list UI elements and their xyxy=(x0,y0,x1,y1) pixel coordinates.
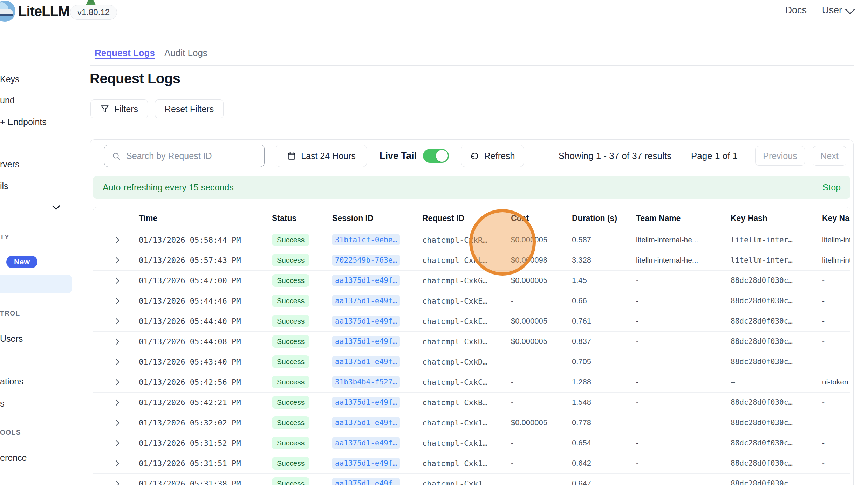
cell-request-id: chatcmpl-Cxk1… xyxy=(422,433,511,453)
auto-refresh-banner: Auto-refreshing every 15 seconds Stop xyxy=(93,176,850,199)
expand-row-chevron-icon[interactable] xyxy=(113,318,119,324)
expand-row-chevron-icon[interactable] xyxy=(113,420,119,426)
expand-row-chevron-icon[interactable] xyxy=(113,399,119,406)
cell-request-id: chatcmpl-CxkD… xyxy=(422,352,511,372)
expand-row-chevron-icon[interactable] xyxy=(113,359,119,365)
column-header-key-name: Key Name xyxy=(822,207,850,230)
sidebar-item-reference[interactable]: erence xyxy=(0,452,27,463)
expand-row-chevron-icon[interactable] xyxy=(113,440,119,446)
expand-row-chevron-icon[interactable] xyxy=(113,379,119,385)
expand-row-chevron-icon[interactable] xyxy=(113,460,119,466)
expand-row-chevron-icon[interactable] xyxy=(113,277,119,284)
version-badge: v1.80.12 xyxy=(70,5,117,20)
session-id-link[interactable]: aa1375d1-e49f… xyxy=(332,275,400,286)
session-id-link[interactable]: aa1375d1-e49f… xyxy=(332,336,400,347)
cell-cost: - xyxy=(511,453,572,473)
expand-row-chevron-icon[interactable] xyxy=(113,298,119,304)
cell-request-id: chatcmpl-CxkD… xyxy=(422,331,511,352)
toggle-knob xyxy=(436,150,448,162)
cell-key-hash: 88dc28d0f030c… xyxy=(731,433,822,453)
table-body: 01/13/2026 05:58:44 PM Success 31bfa1cf-… xyxy=(93,230,850,485)
sidebar-item-logs-selected[interactable] xyxy=(0,275,72,293)
sidebar-item-playground[interactable]: und xyxy=(0,95,15,106)
expand-row-chevron-icon[interactable] xyxy=(113,257,119,263)
table-row[interactable]: 01/13/2026 05:42:56 PM Success 31b3b4b4-… xyxy=(93,372,850,392)
live-tail-toggle[interactable] xyxy=(423,149,449,163)
filters-button[interactable]: Filters xyxy=(90,99,148,118)
cell-team-name: - xyxy=(636,270,731,291)
session-id-link[interactable]: 7022549b-763e… xyxy=(332,255,400,266)
table-row[interactable]: 01/13/2026 05:43:40 PM Success aa1375d1-… xyxy=(93,352,850,372)
tab-audit-logs[interactable]: Audit Logs xyxy=(164,48,207,58)
cell-duration: 0.705 xyxy=(572,352,636,372)
cell-time: 01/13/2026 05:57:43 PM xyxy=(139,250,272,270)
sidebar-item-endpoints[interactable]: + Endpoints xyxy=(0,116,47,127)
table-row[interactable]: 01/13/2026 05:44:46 PM Success aa1375d1-… xyxy=(93,291,850,311)
request-logs-table: Time Status Session ID Request ID Cost D… xyxy=(93,207,850,485)
refresh-button[interactable]: Refresh xyxy=(461,145,524,167)
session-id-link[interactable]: aa1375d1-e49f… xyxy=(332,356,400,367)
sidebar-collapse-chevron-icon[interactable] xyxy=(52,202,60,210)
cell-team-name: - xyxy=(636,433,731,453)
expand-row-chevron-icon[interactable] xyxy=(113,237,119,243)
page-indicator: Page 1 of 1 xyxy=(691,151,738,161)
cell-key-name: - xyxy=(822,453,850,473)
sidebar-section-observability: TY xyxy=(0,233,9,241)
session-id-link[interactable]: aa1375d1-e49f… xyxy=(332,295,400,306)
sidebar-item-users[interactable]: Users xyxy=(0,333,23,344)
cell-duration: 3.328 xyxy=(572,250,636,270)
table-row[interactable]: 01/13/2026 05:31:38 PM Success aa1375d1-… xyxy=(93,473,850,485)
cell-cost: $0.000098 xyxy=(511,250,572,270)
table-row[interactable]: 01/13/2026 05:42:21 PM Success aa1375d1-… xyxy=(93,392,850,413)
session-id-link[interactable]: 31b3b4b4-f527… xyxy=(332,376,400,388)
previous-page-button[interactable]: Previous xyxy=(755,146,805,166)
reset-filters-button[interactable]: Reset Filters xyxy=(155,99,224,118)
session-id-link[interactable]: aa1375d1-e49f… xyxy=(332,437,400,449)
session-id-link[interactable]: aa1375d1-e49f… xyxy=(332,417,400,428)
cell-team-name: - xyxy=(636,331,731,352)
tab-request-logs[interactable]: Request Logs xyxy=(95,48,155,58)
cell-team-name: litellm-internal-he... xyxy=(636,230,731,250)
table-row[interactable]: 01/13/2026 05:32:02 PM Success aa1375d1-… xyxy=(93,413,850,433)
table-row[interactable]: 01/13/2026 05:44:40 PM Success aa1375d1-… xyxy=(93,311,850,331)
status-badge: Success xyxy=(272,295,309,307)
search-input[interactable] xyxy=(104,145,265,167)
session-id-link[interactable]: aa1375d1-e49f… xyxy=(332,478,400,485)
stop-auto-refresh-link[interactable]: Stop xyxy=(823,182,841,193)
table-row[interactable]: 01/13/2026 05:57:43 PM Success 7022549b-… xyxy=(93,250,850,270)
sidebar-item-teams[interactable]: s xyxy=(0,398,5,409)
cell-time: 01/13/2026 05:44:46 PM xyxy=(139,291,272,311)
expand-row-chevron-icon[interactable] xyxy=(113,481,119,485)
table-row[interactable]: 01/13/2026 05:44:08 PM Success aa1375d1-… xyxy=(93,331,850,352)
docs-link[interactable]: Docs xyxy=(785,5,807,16)
table-row[interactable]: 01/13/2026 05:58:44 PM Success 31bfa1cf-… xyxy=(93,230,850,250)
status-badge: Success xyxy=(272,437,309,449)
time-range-button[interactable]: Last 24 Hours xyxy=(276,145,367,167)
cell-request-id: chatcmpl-Cxk1… xyxy=(422,473,511,485)
cell-key-name: - xyxy=(822,270,850,291)
sidebar-item-keys[interactable]: Keys xyxy=(0,74,20,85)
cell-request-id: chatcmpl-CxkB… xyxy=(422,392,511,413)
cell-key-name: litellm-int xyxy=(822,230,850,250)
session-id-link[interactable]: aa1375d1-e49f… xyxy=(332,316,400,327)
sidebar-section-tools: OOLS xyxy=(0,429,21,436)
status-badge: Success xyxy=(272,234,309,246)
sidebar-item-servers[interactable]: rvers xyxy=(0,159,20,170)
next-page-button[interactable]: Next xyxy=(813,146,846,166)
cell-cost: $0.000005 xyxy=(511,311,572,331)
table-row[interactable]: 01/13/2026 05:47:00 PM Success aa1375d1-… xyxy=(93,270,850,291)
cell-key-name: - xyxy=(822,352,850,372)
sidebar-item-organizations[interactable]: ations xyxy=(0,376,23,387)
session-id-link[interactable]: 31bfa1cf-0ebe… xyxy=(332,234,400,245)
cell-key-hash: litellm-inter… xyxy=(731,230,822,250)
logs-panel: Last 24 Hours Live Tail Refresh Showing … xyxy=(90,139,854,485)
litellm-logo xyxy=(0,1,15,22)
session-id-link[interactable]: aa1375d1-e49f… xyxy=(332,397,400,408)
cell-key-hash: 88dc28d0f030c… xyxy=(731,453,822,473)
expand-row-chevron-icon[interactable] xyxy=(113,338,119,345)
table-row[interactable]: 01/13/2026 05:31:52 PM Success aa1375d1-… xyxy=(93,433,850,453)
session-id-link[interactable]: aa1375d1-e49f… xyxy=(332,458,400,469)
user-menu[interactable]: User xyxy=(822,5,853,16)
table-row[interactable]: 01/13/2026 05:31:51 PM Success aa1375d1-… xyxy=(93,453,850,473)
sidebar-item-guardrails[interactable]: ils xyxy=(0,180,8,192)
